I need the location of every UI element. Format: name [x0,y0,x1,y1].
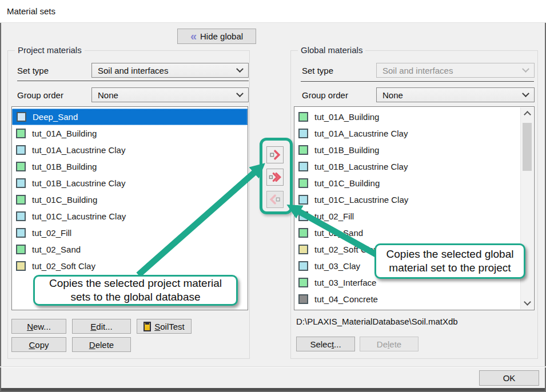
chevron-down-icon [522,90,529,97]
list-item[interactable]: tut_01A_Building [294,109,519,125]
list-item[interactable]: tut_01A_Lacustrine Clay [12,142,248,158]
soiltest-icon [144,322,151,331]
callout-copy-to-global: Copies the selected project material set… [33,275,238,306]
edit-button[interactable]: Edit... [72,319,131,334]
callout-copy-to-project: Copies the selected global material set … [374,243,525,279]
global-group-order-value: None [382,90,403,100]
list-item[interactable]: tut_01C_Building [294,175,519,191]
material-color-swatch [298,112,308,122]
project-set-type-value: Soil and interfaces [98,66,168,75]
material-color-swatch [16,228,26,238]
material-color-swatch [16,195,26,205]
material-color-swatch [16,162,26,171]
scroll-down-icon[interactable] [524,298,531,306]
material-color-swatch [298,228,308,238]
material-color-swatch [298,129,308,138]
global-materials-list: tut_01A_Building tut_01A_Lacustrine Clay… [294,106,535,310]
list-item[interactable]: tut_02_Fill [12,225,248,241]
list-item[interactable]: tut_01C_Lacustrine Clay [294,191,519,208]
list-item[interactable]: tut_01B_Building [294,142,519,158]
list-item[interactable]: Deep_Sand [12,109,248,125]
material-color-swatch [298,261,308,271]
material-color-swatch [298,145,308,155]
list-item[interactable]: tut_02_Fill [294,208,519,225]
project-set-type-select[interactable]: Soil and interfaces [91,63,249,78]
new-button[interactable]: New... [11,319,66,334]
chevron-down-icon [236,65,244,73]
material-color-swatch [16,178,26,188]
material-color-swatch [298,294,308,304]
list-item[interactable]: tut_01A_Lacustrine Clay [294,125,519,142]
global-set-type-label: Set type [302,63,333,78]
scrollbar[interactable] [520,107,533,309]
material-color-swatch [298,211,308,221]
scroll-up-icon[interactable] [524,111,531,118]
ok-button[interactable]: OK [479,370,539,386]
divider [17,81,249,81]
project-group-order-label: Group order [17,87,63,102]
material-sets-dialog: Material sets « Hide global Project mate… [0,0,546,392]
project-set-type-label: Set type [17,63,49,78]
material-color-swatch [16,245,26,254]
project-group-order-select[interactable]: None [91,87,249,102]
page-title: Material sets [7,6,55,16]
database-path: D:\PLAXIS_MaterialDatabase\Soil.matXdb [296,317,458,326]
global-set-type-value: Soil and interfaces [382,66,453,75]
list-item[interactable]: tut_02_Soft Clay [12,258,248,274]
global-set-type-select: Soil and interfaces [376,63,535,78]
material-color-swatch [16,145,26,155]
chevron-down-icon [236,90,244,97]
material-color-swatch [298,278,308,287]
list-item[interactable]: tut_04_Concrete [294,291,519,307]
project-group-order-value: None [98,90,118,100]
list-item[interactable]: tut_01C_Lacustrine Clay [12,208,248,225]
list-item[interactable]: tut_02_Sand [294,225,519,241]
hide-global-button[interactable]: « Hide global [177,29,256,44]
divider [0,366,546,367]
transfer-buttons-highlight-rect [260,138,293,214]
material-color-swatch [17,112,26,122]
list-item[interactable]: tut_01B_Building [12,158,248,175]
material-color-swatch [298,162,308,171]
material-color-swatch [298,245,308,254]
title-bar: Material sets [0,0,546,23]
delete-button[interactable]: Delete [72,337,131,352]
list-item[interactable]: tut_01B_Lacustrine Clay [294,158,519,175]
global-group-order-select[interactable]: None [376,87,535,102]
material-color-swatch [298,178,308,188]
divider [301,81,534,82]
global-materials-group-title: Global materials [298,45,365,55]
list-item[interactable]: tut_02_Sand [12,241,248,258]
list-item[interactable]: tut_01C_Building [12,191,248,208]
material-color-swatch [16,129,26,138]
scrollbar-thumb[interactable] [523,123,532,171]
global-group-order-label: Group order [302,87,348,102]
chevron-down-icon [522,65,529,73]
material-color-swatch [16,211,26,221]
delete-global-button: Delete [360,337,419,351]
double-chevron-left-icon: « [190,30,197,42]
material-color-swatch [16,261,26,271]
project-materials-group-title: Project materials [15,45,85,55]
material-color-swatch [298,195,308,205]
list-item[interactable]: tut_01B_Lacustrine Clay [12,175,248,191]
list-item[interactable]: tut_01A_Building [12,125,248,142]
copy-button[interactable]: Copy [11,337,66,352]
select-database-button[interactable]: Select... [296,337,355,351]
soiltest-button[interactable]: SoilTest [137,319,192,334]
